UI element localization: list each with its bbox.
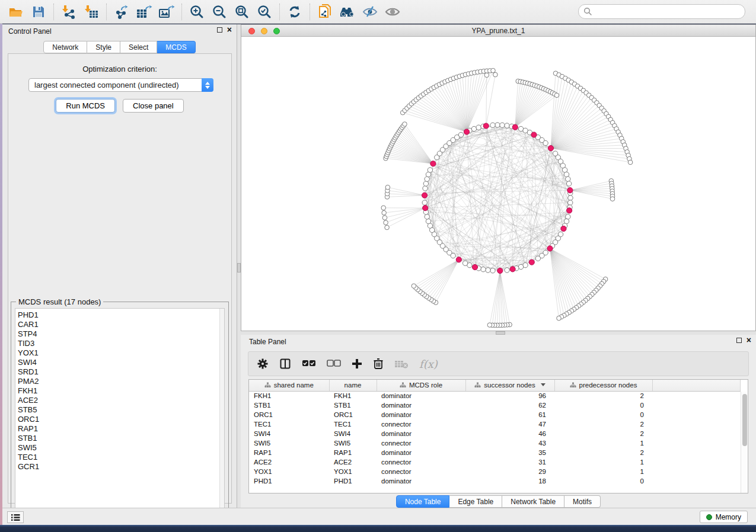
search-input[interactable] xyxy=(592,8,740,16)
mcds-hub-node[interactable] xyxy=(483,123,489,129)
graph-node[interactable] xyxy=(486,268,490,273)
table-cell[interactable]: 96 xyxy=(465,391,554,400)
mcds-result-item[interactable]: TID3 xyxy=(18,339,224,348)
import-table-button[interactable] xyxy=(80,2,103,21)
table-scrollbar[interactable] xyxy=(741,392,747,493)
share-document-button[interactable] xyxy=(314,2,336,21)
table-cell[interactable] xyxy=(652,476,740,486)
mcds-result-item[interactable]: PHD1 xyxy=(18,310,224,320)
mcds-result-item[interactable]: SWI4 xyxy=(18,358,224,367)
graph-node[interactable] xyxy=(422,200,427,205)
graph-node[interactable] xyxy=(423,181,428,186)
graph-node[interactable] xyxy=(481,267,486,271)
table-cell[interactable] xyxy=(652,457,740,467)
graph-node[interactable] xyxy=(484,73,489,78)
table-cell[interactable] xyxy=(652,400,740,410)
mcds-hub-node[interactable] xyxy=(497,268,503,273)
table-row[interactable]: RAP1RAP1dominator352 xyxy=(249,448,740,457)
delete-column-button[interactable] xyxy=(373,358,384,370)
table-cell[interactable]: 47 xyxy=(465,419,554,429)
mcds-result-item[interactable]: STB5 xyxy=(18,405,224,415)
graph-node[interactable] xyxy=(610,197,615,201)
table-cell[interactable]: connector xyxy=(377,457,465,467)
mcds-result-item[interactable]: PMA2 xyxy=(18,377,224,386)
table-cell[interactable]: PHD1 xyxy=(329,476,377,486)
table-cell[interactable]: SWI4 xyxy=(329,429,377,438)
network-canvas[interactable] xyxy=(241,37,755,331)
search-network-button[interactable] xyxy=(336,2,359,21)
table-cell[interactable]: dominator xyxy=(377,476,465,486)
graph-node[interactable] xyxy=(500,123,505,127)
close-panel-icon[interactable]: × xyxy=(227,27,232,33)
table-row[interactable]: ACE2ACE2connector311 xyxy=(249,457,740,467)
save-session-button[interactable] xyxy=(27,2,50,21)
refresh-view-button[interactable] xyxy=(283,2,306,21)
criterion-select[interactable]: largest connected component (undirected) xyxy=(28,78,213,92)
table-cell[interactable] xyxy=(652,429,740,438)
graph-node[interactable] xyxy=(557,316,562,321)
zoom-in-button[interactable] xyxy=(186,2,208,21)
graph-node[interactable] xyxy=(462,261,467,265)
graph-node[interactable] xyxy=(384,220,388,225)
mcds-hub-node[interactable] xyxy=(529,259,534,265)
table-row[interactable]: TEC1TEC1connector472 xyxy=(249,419,740,429)
maximize-window-icon[interactable] xyxy=(273,28,280,34)
mcds-hub-node[interactable] xyxy=(422,193,427,198)
graph-node[interactable] xyxy=(471,126,476,131)
table-cell[interactable] xyxy=(652,448,740,457)
table-cell[interactable]: YOX1 xyxy=(249,467,329,476)
mcds-hub-node[interactable] xyxy=(510,267,515,272)
show-panel-button[interactable] xyxy=(381,2,404,21)
zoom-out-button[interactable] xyxy=(208,2,231,21)
table-cell[interactable]: SWI5 xyxy=(329,438,377,448)
network-window-titlebar[interactable]: YPA_prune.txt_1 xyxy=(241,25,755,37)
select-all-button[interactable] xyxy=(302,360,316,368)
table-cell[interactable]: SWI4 xyxy=(249,429,329,438)
table-cell[interactable] xyxy=(652,391,740,400)
table-cell[interactable]: TEC1 xyxy=(249,419,329,429)
graph-node[interactable] xyxy=(518,264,523,269)
graph-node[interactable] xyxy=(490,268,495,273)
table-cell[interactable]: 1 xyxy=(554,467,652,476)
graph-node[interactable] xyxy=(381,206,386,210)
mcds-result-item[interactable]: SWI5 xyxy=(18,443,224,453)
mcds-hub-node[interactable] xyxy=(423,206,428,211)
table-cell[interactable]: FKH1 xyxy=(329,391,377,400)
table-cell[interactable]: 1 xyxy=(554,457,652,467)
table-tab-node-table[interactable]: Node Table xyxy=(396,495,450,508)
export-table-button[interactable] xyxy=(133,2,155,21)
mcds-result-item[interactable]: SRD1 xyxy=(18,367,224,377)
table-cell[interactable]: ORC1 xyxy=(329,410,377,419)
mcds-hub-node[interactable] xyxy=(547,246,553,251)
float-table-panel-icon[interactable] xyxy=(736,338,742,343)
mcds-result-item[interactable]: ORC1 xyxy=(18,415,224,424)
table-row[interactable]: YOX1YOX1connector291 xyxy=(249,467,740,476)
table-cell[interactable]: 18 xyxy=(465,476,554,486)
table-cell[interactable]: ORC1 xyxy=(249,410,329,419)
table-cell[interactable]: 31 xyxy=(465,457,554,467)
control-tab-select[interactable]: Select xyxy=(120,41,157,53)
column-header-MCDS-role[interactable]: MCDS role xyxy=(377,380,465,391)
table-cell[interactable]: 29 xyxy=(465,467,554,476)
hide-panel-button[interactable] xyxy=(359,2,381,21)
table-tab-network-table[interactable]: Network Table xyxy=(502,495,564,508)
graph-node[interactable] xyxy=(412,284,416,289)
table-cell[interactable] xyxy=(652,410,740,419)
mcds-result-item[interactable]: ACE2 xyxy=(18,396,224,405)
task-history-button[interactable] xyxy=(7,511,24,523)
table-cell[interactable]: 61 xyxy=(465,410,554,419)
table-row[interactable]: SWI5SWI5connector431 xyxy=(249,438,740,448)
column-header-shared-name[interactable]: shared name xyxy=(249,380,329,391)
mcds-hub-node[interactable] xyxy=(464,129,469,134)
zoom-selected-button[interactable] xyxy=(253,2,276,21)
close-window-icon[interactable] xyxy=(248,28,255,34)
graph-node[interactable] xyxy=(426,219,430,223)
table-scrollbar-thumb[interactable] xyxy=(742,394,747,446)
table-tab-edge-table[interactable]: Edge Table xyxy=(449,495,502,508)
table-cell[interactable]: dominator xyxy=(377,448,465,457)
search-box[interactable] xyxy=(578,4,745,19)
table-cell[interactable]: dominator xyxy=(377,391,465,400)
table-cell[interactable]: ACE2 xyxy=(249,457,329,467)
mcds-hub-node[interactable] xyxy=(531,132,537,137)
table-cell[interactable]: RAP1 xyxy=(329,448,377,457)
